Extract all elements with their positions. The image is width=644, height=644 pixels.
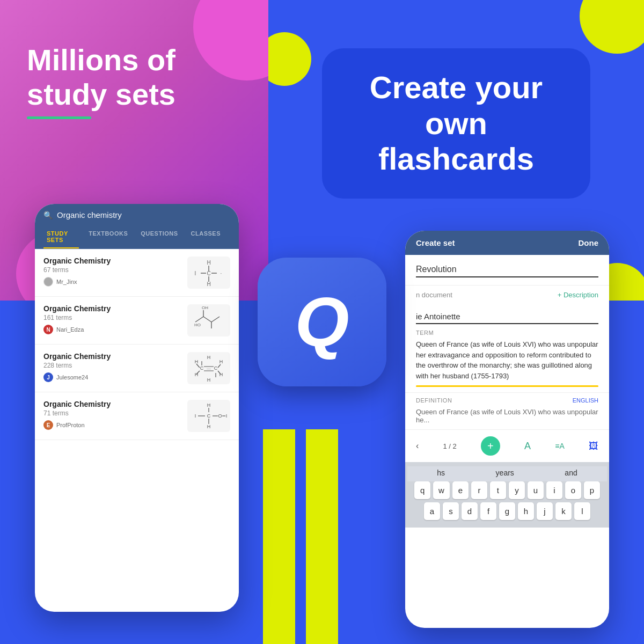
result-user-4: E ProfProton [43,420,187,430]
nav-chevron: ‹ [416,441,419,451]
key-f[interactable]: f [480,502,496,520]
list-item[interactable]: Organic Chemistry 71 terms E ProfProton … [35,392,239,440]
molecule-1: H I C · H [187,257,230,289]
key-q[interactable]: q [414,481,430,499]
keyboard-row-2: a s d f g h j k l [407,502,607,520]
yellow-blob-1 [580,0,644,54]
svg-text:H: H [195,359,199,364]
title-underline [27,116,91,119]
create-set-label: Create set [416,238,455,247]
title-input-section: Revolution [405,255,609,286]
term-input[interactable]: ie Antoinette [416,310,598,324]
add-card-button[interactable]: + [481,436,500,456]
svg-line-24 [196,364,200,368]
tab-textbooks[interactable]: TEXTBOOKS [85,226,131,248]
app-icon[interactable]: Q [258,258,386,386]
svg-text:C: C [207,270,210,276]
svg-text:H: H [207,260,210,266]
list-item[interactable]: Organic Chemistry 67 terms Mr_Jinx H I C… [35,249,239,297]
text-style-icon[interactable]: ≡A [555,442,565,450]
result-info-3: Organic Chemistry 228 terms J Julesome24 [43,352,187,382]
svg-line-10 [203,317,211,322]
key-y[interactable]: y [509,481,525,499]
key-e[interactable]: e [452,481,469,499]
tab-study-sets[interactable]: STUDY SETS [43,226,79,248]
right-panel-text: Create your own flashcards [322,48,590,199]
username-4: ProfProton [56,422,85,428]
suggestion-2[interactable]: years [496,469,514,477]
definition-underline [416,385,598,387]
title-value: Revolution [416,265,457,274]
key-d[interactable]: d [462,502,478,520]
svg-line-9 [195,317,203,322]
result-title-1: Organic Chemistry [43,257,187,265]
image-insert-icon[interactable]: 🖼 [589,441,598,452]
result-user-3: J Julesome24 [43,372,187,382]
key-h[interactable]: h [518,502,534,520]
key-j[interactable]: j [537,502,553,520]
def-label: DEFINITION [416,397,452,404]
key-p[interactable]: p [584,481,600,499]
suggestion-3[interactable]: and [565,469,577,477]
username-2: Nari_Edza [56,326,84,333]
doc-desc-row: n document + Description [405,286,609,304]
suggestion-1[interactable]: hs [437,469,445,477]
phone-search-bar[interactable]: 🔍 Organic chemistry [35,204,239,226]
result-info-1: Organic Chemistry 67 terms Mr_Jinx [43,257,187,287]
term-label: TERM [416,330,598,336]
avatar-3: J [43,372,53,382]
list-item[interactable]: Organic Chemistry 161 terms N Nari_Edza … [35,297,239,345]
search-icon: 🔍 [43,211,53,219]
yellow-stripe-2 [306,429,338,644]
phone-left: 🔍 Organic chemistry STUDY SETS TEXTBOOKS… [35,204,239,612]
key-i[interactable]: i [546,481,562,499]
svg-text:OH: OH [202,306,208,310]
yellow-blob-3 [268,32,311,86]
doc-link[interactable]: n document [416,291,452,299]
list-item[interactable]: Organic Chemistry 228 terms J Julesome24… [35,345,239,392]
avatar-1 [43,277,53,287]
avatar-4: E [43,420,53,430]
username-1: Mr_Jinx [56,279,77,285]
title-input[interactable]: Revolution [416,262,598,277]
result-terms-3: 228 terms [43,362,187,369]
term-value: ie Antoinette [416,312,460,321]
search-input-value[interactable]: Organic chemistry [57,210,122,219]
svg-text:C: C [207,413,211,419]
desc-link[interactable]: + Description [558,291,598,299]
key-t[interactable]: t [490,481,506,499]
svg-text:H: H [219,359,223,364]
keyboard-row-1: q w e r t y u i o p [407,481,607,499]
svg-text:H: H [207,355,211,360]
key-l[interactable]: l [574,502,590,520]
term-input-section: ie Antoinette TERM Queen of France (as w… [405,304,609,393]
done-button[interactable]: Done [579,238,599,247]
tab-classes[interactable]: CLASSES [188,226,224,248]
key-s[interactable]: s [443,502,459,520]
svg-text:H: H [207,424,211,429]
key-u[interactable]: u [528,481,544,499]
svg-text:C: C [200,365,204,371]
key-a[interactable]: a [424,502,440,520]
key-o[interactable]: o [565,481,581,499]
phone-right: Create set Done Revolution n document + … [405,231,609,628]
avatar-2: N [43,325,53,334]
tab-questions[interactable]: QUESTIONS [137,226,181,248]
svg-text:·: · [221,270,222,276]
svg-text:—: — [207,366,211,371]
key-r[interactable]: r [471,481,487,499]
key-w[interactable]: w [433,481,450,499]
key-k[interactable]: k [555,502,572,520]
result-user-2: N Nari_Edza [43,325,187,334]
left-title-line1: Millions of [27,43,175,77]
svg-text:H: H [207,281,210,287]
svg-text:C: C [214,365,218,371]
key-g[interactable]: g [499,502,515,520]
result-title-2: Organic Chemistry [43,304,187,313]
molecule-4: H I C O I H [187,400,230,432]
text-format-icon[interactable]: A [524,441,531,452]
left-panel-text: Millions of study sets [27,43,258,119]
result-title-3: Organic Chemistry [43,352,187,361]
def-preview: Queen of France (as wife of Louis XVI) w… [405,408,609,429]
svg-text:I: I [195,270,196,276]
